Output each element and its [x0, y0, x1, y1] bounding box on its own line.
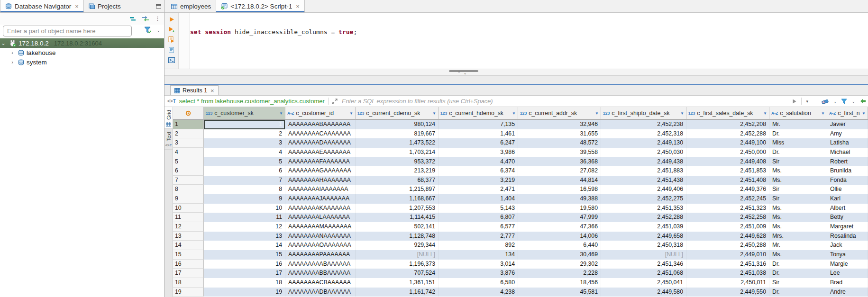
grid-cell[interactable]: 929,344 — [356, 241, 439, 250]
close-icon[interactable]: × — [75, 3, 79, 10]
grid-cell[interactable]: 2,449,130 — [601, 138, 686, 148]
row-number[interactable]: 8 — [173, 185, 204, 194]
grid-cell[interactable]: 2,452,208 — [686, 120, 769, 129]
chevron-collapsed-icon[interactable]: › — [9, 59, 16, 65]
grid-cell[interactable]: Brad — [827, 278, 868, 288]
row-number[interactable]: 14 — [173, 241, 204, 250]
previous-page-icon[interactable] — [859, 99, 866, 104]
column-header-c_salutation[interactable]: A-Zc_salutation▼ — [769, 107, 827, 120]
grid-cell[interactable]: 7,135 — [439, 120, 518, 129]
grid-cell[interactable]: 2,449,658 — [601, 232, 686, 241]
grid-cell[interactable]: [NULL] — [356, 250, 439, 260]
grid-cell[interactable]: Robert — [827, 157, 868, 167]
grid-cell[interactable]: 819,667 — [356, 129, 439, 139]
grid-cell[interactable]: AAAAAAAAGAAAAAAA — [285, 166, 356, 176]
sash-arrows-icon[interactable]: ⌃⌄ — [457, 71, 469, 75]
grid-cell[interactable]: Fonda — [827, 176, 868, 185]
grid-cell[interactable]: 2 — [204, 129, 285, 139]
grid-cell[interactable]: 5 — [204, 157, 285, 167]
row-number[interactable]: 3 — [173, 138, 204, 148]
grid-cell[interactable]: 39,558 — [518, 148, 601, 157]
grid-cell[interactable]: AAAAAAAADBAAAAAA — [285, 288, 356, 297]
apply-filter-icon[interactable] — [792, 99, 797, 104]
grid-cell[interactable]: 2,228 — [518, 269, 601, 278]
sort-arrow-icon[interactable]: ▼ — [680, 107, 684, 120]
grid-cell[interactable]: 2,449,438 — [601, 157, 686, 167]
grid-cell[interactable]: 2,451,438 — [601, 176, 686, 185]
grid-cell[interactable]: 134 — [439, 250, 518, 260]
collapse-all-icon[interactable] — [129, 17, 136, 21]
grid-cell[interactable]: Betty — [827, 213, 868, 222]
grid-cell[interactable]: 47,999 — [518, 213, 601, 222]
tab-script-1[interactable]: <172.18.0.2> Script-1 × — [216, 0, 304, 12]
grid-cell[interactable]: AAAAAAAACAAAAAAA — [285, 129, 356, 139]
result-query-text[interactable]: select * from lakehouse.customer_analyti… — [179, 98, 325, 105]
grid-cell[interactable]: 1,207,553 — [356, 204, 439, 213]
grid-cell[interactable]: Ms. — [769, 222, 827, 232]
grid-cell[interactable]: 2,450,318 — [601, 241, 686, 250]
grid-cell[interactable]: 2,451,323 — [686, 204, 769, 213]
row-number[interactable]: 11 — [173, 213, 204, 222]
grid-cell[interactable]: 1,114,415 — [356, 213, 439, 222]
view-menu-icon[interactable]: ⋮ — [155, 16, 160, 22]
grid-cell[interactable]: AAAAAAAACBAAAAAA — [285, 278, 356, 288]
grid-cell[interactable]: AAAAAAAALAAAAAAA — [285, 213, 356, 222]
grid-cell[interactable]: 2,450,000 — [686, 148, 769, 157]
row-number[interactable]: 12 — [173, 222, 204, 232]
explain-plan-button[interactable] — [168, 47, 174, 53]
grid-cell[interactable]: 36,368 — [518, 157, 601, 167]
grid-cell[interactable]: 2,452,245 — [686, 194, 769, 204]
grid-cell[interactable]: 2,452,288 — [601, 213, 686, 222]
filter-history-chevron-icon[interactable]: ▾ — [806, 99, 808, 104]
tree-item-lakehouse[interactable]: › lakehouse — [0, 48, 164, 57]
row-number[interactable]: 9 — [173, 194, 204, 204]
grid-cell[interactable]: 2,450,288 — [686, 241, 769, 250]
grid-cell[interactable]: Margaret — [827, 222, 868, 232]
sort-arrow-icon[interactable]: ▼ — [595, 107, 599, 120]
grid-cell[interactable]: 2,449,100 — [686, 138, 769, 148]
grid-cell[interactable]: 707,524 — [356, 269, 439, 278]
execute-new-tab-button[interactable] — [168, 27, 175, 32]
grid-cell[interactable]: 1,361,151 — [356, 278, 439, 288]
grid-cell[interactable]: AAAAAAAADAAAAAAA — [285, 138, 356, 148]
column-header-c_first_na[interactable]: A-Zc_first_na▼ — [827, 107, 868, 120]
grid-cell[interactable]: 3,876 — [439, 269, 518, 278]
row-number[interactable]: 19 — [173, 288, 204, 297]
grid-cell[interactable]: 16 — [204, 260, 285, 269]
grid-cell[interactable]: 2,449,376 — [686, 185, 769, 194]
row-number[interactable]: 17 — [173, 269, 204, 278]
grid-cell[interactable]: Sir — [769, 157, 827, 167]
grid-cell[interactable]: AAAAAAAAFAAAAAAA — [285, 157, 356, 167]
grid-cell[interactable]: 49,388 — [518, 194, 601, 204]
grid-cell[interactable]: 1,703,214 — [356, 148, 439, 157]
sort-arrow-icon[interactable]: ▼ — [763, 107, 767, 120]
grid-cell[interactable]: 6,440 — [518, 241, 601, 250]
sort-arrow-icon[interactable]: ▼ — [279, 107, 283, 120]
row-number[interactable]: 6 — [173, 166, 204, 176]
grid-cell[interactable]: 3,986 — [439, 148, 518, 157]
grid-cell[interactable]: Karl — [827, 194, 868, 204]
row-number[interactable]: 2 — [173, 129, 204, 139]
tree-item-system[interactable]: › system — [0, 57, 164, 67]
close-icon[interactable]: × — [210, 87, 214, 94]
row-header-corner[interactable] — [173, 107, 204, 120]
grid-cell[interactable]: 2,452,275 — [601, 194, 686, 204]
row-number[interactable]: 4 — [173, 148, 204, 157]
grid-cell[interactable]: 2,451,853 — [686, 166, 769, 176]
filter-objects-icon[interactable] — [144, 27, 152, 34]
row-number[interactable]: 18 — [173, 278, 204, 288]
grid-cell[interactable]: 1,473,522 — [356, 138, 439, 148]
grid-cell[interactable]: 7 — [204, 176, 285, 185]
grid-cell[interactable]: 2,449,408 — [686, 157, 769, 167]
grid-cell[interactable]: AAAAAAAAKAAAAAAA — [285, 204, 356, 213]
column-header-c_first_sales_date_sk[interactable]: 123c_first_sales_date_sk▼ — [686, 107, 769, 120]
grid-cell[interactable]: Javier — [827, 120, 868, 129]
grid-cell[interactable]: Margie — [827, 260, 868, 269]
grid-cell[interactable]: 1,161,742 — [356, 288, 439, 297]
grid-cell[interactable]: 18,456 — [518, 278, 601, 288]
tab-database-navigator[interactable]: Database Navigator × — [0, 0, 84, 12]
grid-cell[interactable]: 2,471 — [439, 185, 518, 194]
grid-cell[interactable]: 10 — [204, 204, 285, 213]
grid-cell[interactable]: 1,404 — [439, 194, 518, 204]
grid-cell[interactable]: Ms. — [769, 204, 827, 213]
